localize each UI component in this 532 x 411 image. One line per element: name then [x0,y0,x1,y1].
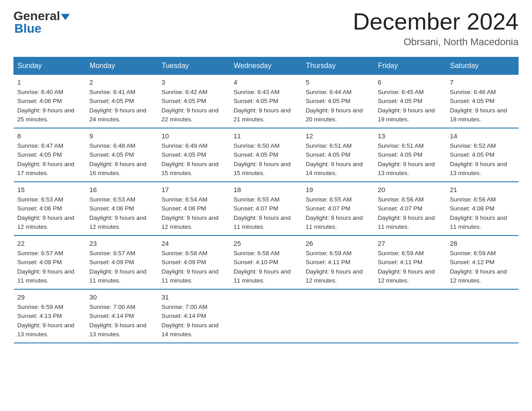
day-header-friday: Friday [374,57,446,75]
day-number: 21 [450,186,515,193]
calendar-table: SundayMondayTuesdayWednesdayThursdayFrid… [13,57,519,343]
day-cell-31: 31Sunrise: 7:00 AMSunset: 4:14 PMDayligh… [158,289,230,343]
day-number: 29 [17,293,82,301]
day-cell-2: 2Sunrise: 6:41 AMSunset: 4:05 PMDaylight… [86,75,158,128]
day-info: Sunrise: 6:45 AMSunset: 4:05 PMDaylight:… [378,88,443,124]
day-cell-9: 9Sunrise: 6:48 AMSunset: 4:05 PMDaylight… [86,128,158,182]
day-header-tuesday: Tuesday [158,57,230,75]
day-number: 5 [306,78,371,86]
day-cell-28: 28Sunrise: 6:59 AMSunset: 4:12 PMDayligh… [446,235,519,289]
day-cell-4: 4Sunrise: 6:43 AMSunset: 4:05 PMDaylight… [230,75,302,128]
location-subtitle: Obrsani, North Macedonia [353,36,519,48]
day-cell-13: 13Sunrise: 6:51 AMSunset: 4:05 PMDayligh… [374,128,446,182]
day-cell-22: 22Sunrise: 6:57 AMSunset: 4:08 PMDayligh… [14,235,86,289]
day-info: Sunrise: 6:56 AMSunset: 4:07 PMDaylight:… [378,195,443,231]
day-info: Sunrise: 6:50 AMSunset: 4:05 PMDaylight:… [234,141,299,178]
day-info: Sunrise: 6:44 AMSunset: 4:05 PMDaylight:… [306,88,371,124]
day-number: 8 [17,132,82,140]
day-info: Sunrise: 6:59 AMSunset: 4:11 PMDaylight:… [306,249,371,285]
day-cell-3: 3Sunrise: 6:42 AMSunset: 4:05 PMDaylight… [158,75,230,128]
day-info: Sunrise: 6:59 AMSunset: 4:11 PMDaylight:… [378,249,443,285]
day-cell-30: 30Sunrise: 7:00 AMSunset: 4:14 PMDayligh… [86,289,158,343]
day-number: 1 [17,78,82,86]
month-title: December 2024 [353,9,519,34]
empty-cell [302,289,374,343]
day-number: 22 [17,240,82,247]
day-cell-20: 20Sunrise: 6:56 AMSunset: 4:07 PMDayligh… [374,182,446,235]
day-header-wednesday: Wednesday [230,57,302,75]
week-row-2: 8Sunrise: 6:47 AMSunset: 4:05 PMDaylight… [14,128,519,182]
day-info: Sunrise: 6:51 AMSunset: 4:05 PMDaylight:… [378,141,443,178]
day-cell-15: 15Sunrise: 6:53 AMSunset: 4:06 PMDayligh… [14,182,86,235]
day-number: 16 [90,186,154,193]
day-header-monday: Monday [86,57,158,75]
day-number: 27 [378,240,443,247]
day-number: 28 [450,240,515,247]
week-row-5: 29Sunrise: 6:59 AMSunset: 4:13 PMDayligh… [14,289,519,343]
day-header-saturday: Saturday [446,57,519,75]
day-cell-16: 16Sunrise: 6:53 AMSunset: 4:06 PMDayligh… [86,182,158,235]
day-number: 7 [450,78,515,86]
day-number: 10 [162,132,227,140]
day-info: Sunrise: 6:57 AMSunset: 4:08 PMDaylight:… [17,249,82,285]
day-number: 13 [378,132,443,140]
day-info: Sunrise: 6:54 AMSunset: 4:06 PMDaylight:… [162,195,227,231]
day-info: Sunrise: 6:57 AMSunset: 4:09 PMDaylight:… [90,249,154,285]
logo-arrow-icon [61,14,70,20]
day-number: 23 [90,240,154,247]
empty-cell [230,289,302,343]
day-cell-29: 29Sunrise: 6:59 AMSunset: 4:13 PMDayligh… [14,289,86,343]
logo: General Blue [13,9,70,36]
day-info: Sunrise: 6:47 AMSunset: 4:05 PMDaylight:… [17,141,82,178]
day-number: 3 [162,78,227,86]
day-cell-7: 7Sunrise: 6:46 AMSunset: 4:05 PMDaylight… [446,75,519,128]
day-number: 4 [234,78,299,86]
day-cell-14: 14Sunrise: 6:52 AMSunset: 4:05 PMDayligh… [446,128,519,182]
day-info: Sunrise: 6:58 AMSunset: 4:09 PMDaylight:… [162,249,227,285]
logo-blue-word: Blue [14,21,42,36]
day-info: Sunrise: 6:55 AMSunset: 4:07 PMDaylight:… [234,195,299,231]
day-info: Sunrise: 6:41 AMSunset: 4:05 PMDaylight:… [90,88,154,124]
empty-cell [446,289,519,343]
day-number: 17 [162,186,227,193]
day-info: Sunrise: 6:53 AMSunset: 4:06 PMDaylight:… [90,195,154,231]
day-info: Sunrise: 6:48 AMSunset: 4:05 PMDaylight:… [90,141,154,178]
day-info: Sunrise: 6:46 AMSunset: 4:05 PMDaylight:… [450,88,515,124]
day-info: Sunrise: 6:59 AMSunset: 4:13 PMDaylight:… [17,303,82,339]
day-cell-18: 18Sunrise: 6:55 AMSunset: 4:07 PMDayligh… [230,182,302,235]
day-cell-10: 10Sunrise: 6:49 AMSunset: 4:05 PMDayligh… [158,128,230,182]
day-info: Sunrise: 7:00 AMSunset: 4:14 PMDaylight:… [90,303,154,339]
day-info: Sunrise: 6:58 AMSunset: 4:10 PMDaylight:… [234,249,299,285]
day-cell-17: 17Sunrise: 6:54 AMSunset: 4:06 PMDayligh… [158,182,230,235]
day-cell-21: 21Sunrise: 6:56 AMSunset: 4:08 PMDayligh… [446,182,519,235]
title-block: December 2024 Obrsani, North Macedonia [353,9,519,48]
day-number: 26 [306,240,371,247]
day-info: Sunrise: 7:00 AMSunset: 4:14 PMDaylight:… [162,303,227,339]
day-number: 6 [378,78,443,86]
day-number: 2 [90,78,154,86]
day-cell-5: 5Sunrise: 6:44 AMSunset: 4:05 PMDaylight… [302,75,374,128]
day-number: 20 [378,186,443,193]
day-cell-24: 24Sunrise: 6:58 AMSunset: 4:09 PMDayligh… [158,235,230,289]
day-header-sunday: Sunday [14,57,86,75]
day-info: Sunrise: 6:55 AMSunset: 4:07 PMDaylight:… [306,195,371,231]
day-number: 9 [90,132,154,140]
day-cell-12: 12Sunrise: 6:51 AMSunset: 4:05 PMDayligh… [302,128,374,182]
day-info: Sunrise: 6:43 AMSunset: 4:05 PMDaylight:… [234,88,299,124]
day-number: 11 [234,132,299,140]
day-info: Sunrise: 6:40 AMSunset: 4:06 PMDaylight:… [17,88,82,124]
day-info: Sunrise: 6:51 AMSunset: 4:05 PMDaylight:… [306,141,371,178]
day-number: 25 [234,240,299,247]
day-number: 31 [162,293,227,301]
day-number: 19 [306,186,371,193]
day-cell-6: 6Sunrise: 6:45 AMSunset: 4:05 PMDaylight… [374,75,446,128]
day-info: Sunrise: 6:49 AMSunset: 4:05 PMDaylight:… [162,141,227,178]
empty-cell [374,289,446,343]
header-row: SundayMondayTuesdayWednesdayThursdayFrid… [14,57,519,75]
day-number: 14 [450,132,515,140]
page-header: General Blue December 2024 Obrsani, Nort… [13,9,519,48]
day-info: Sunrise: 6:59 AMSunset: 4:12 PMDaylight:… [450,249,515,285]
day-number: 24 [162,240,227,247]
day-cell-23: 23Sunrise: 6:57 AMSunset: 4:09 PMDayligh… [86,235,158,289]
week-row-1: 1Sunrise: 6:40 AMSunset: 4:06 PMDaylight… [14,75,519,128]
